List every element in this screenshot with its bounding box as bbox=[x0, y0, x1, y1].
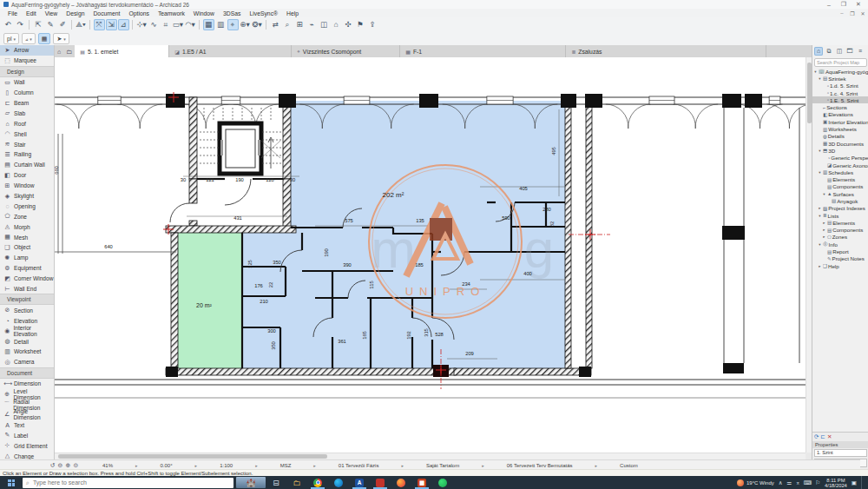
toolbar-icon-10[interactable]: ⇲ bbox=[106, 19, 117, 30]
tree-item-surfaces[interactable]: ▾▲Surfaces bbox=[812, 190, 868, 197]
statusbar-item-1[interactable]: 0.00° bbox=[161, 463, 173, 468]
close-button[interactable]: ✕ bbox=[852, 1, 865, 8]
start-button[interactable] bbox=[0, 476, 23, 489]
toolbar-icon-27[interactable]: ⊞ bbox=[294, 19, 306, 30]
doc-minimize-button[interactable]: – bbox=[837, 10, 847, 16]
tree-item-1-c-4-szint[interactable]: ▫1.c. 4. Szint bbox=[812, 89, 868, 96]
taskbar-app-file-explorer[interactable]: 🗀 bbox=[286, 476, 307, 489]
tree-item-3d-documents[interactable]: ▦3D Documents bbox=[812, 140, 868, 147]
tree-item-worksheets[interactable]: ▥Worksheets bbox=[812, 125, 868, 132]
toolbar-icon-25[interactable]: ⇄ bbox=[270, 19, 281, 30]
tabbar-icon-1[interactable]: 🗀 bbox=[63, 45, 75, 57]
toolbar-icon-13[interactable]: ⊹▾ bbox=[136, 19, 148, 30]
toolbar-icon-26[interactable]: ⌕ bbox=[282, 19, 293, 30]
toolbox-item-detail[interactable]: ◍Detail bbox=[0, 336, 54, 347]
toolbox-item-morph[interactable]: ◬Morph bbox=[0, 221, 54, 232]
doc-close-button[interactable]: ✕ bbox=[858, 10, 868, 17]
taskbar-app-chrome[interactable] bbox=[307, 476, 328, 489]
taskbar-clock[interactable]: 8:11 PM4/18/2024 bbox=[825, 478, 847, 488]
menu-options[interactable]: Options bbox=[124, 10, 153, 17]
toolbox-item-corner-window[interactable]: ◩Corner Window bbox=[0, 274, 54, 284]
tree-item-components[interactable]: ▤Components bbox=[812, 183, 868, 190]
toolbox-item-label[interactable]: ✎Label bbox=[0, 430, 54, 440]
tree-item-components[interactable]: ▸▤Components bbox=[812, 227, 868, 234]
toolbar-icon-14[interactable]: ∿ bbox=[148, 19, 160, 30]
menu-window[interactable]: Window bbox=[189, 10, 219, 17]
tabbar-icon-0[interactable]: ⌂ bbox=[55, 45, 63, 57]
toolbox-group-design[interactable]: Design bbox=[0, 66, 54, 77]
toolbox-item-beam[interactable]: ⊏Beam bbox=[0, 98, 54, 109]
toolbar-icon-23[interactable]: ❂▾ bbox=[252, 19, 263, 30]
toolbox-group-viewpoint[interactable]: Viewpoint bbox=[0, 294, 54, 305]
minimize-button[interactable]: – bbox=[823, 2, 835, 8]
toolbar-icon-29[interactable]: ◫ bbox=[319, 19, 330, 30]
tree-item-interior-elevations[interactable]: ▣Interior Elevations bbox=[812, 118, 868, 125]
tray-icon-1[interactable]: ⌅ bbox=[795, 479, 799, 486]
weather-widget[interactable]: 19°C Windy bbox=[737, 479, 774, 486]
tree-item-zones[interactable]: ▸⬠Zones bbox=[812, 234, 868, 241]
tray-icon-3[interactable]: ⚐ bbox=[815, 479, 820, 486]
toolbox-item-wall-end[interactable]: ⊢Wall End bbox=[0, 284, 54, 294]
maximize-button[interactable]: ❐ bbox=[838, 1, 850, 8]
task-view-button[interactable]: ⊟ bbox=[266, 476, 286, 489]
toolbox-item-marquee[interactable]: ⬚Marquee bbox=[0, 56, 54, 66]
navigator-header-icon-4[interactable]: ≡ bbox=[856, 47, 865, 56]
tray-icon-2[interactable]: ⌨ bbox=[804, 479, 812, 486]
toolbox-item-section[interactable]: ⊘Section bbox=[0, 305, 54, 315]
menu-help[interactable]: Help bbox=[282, 10, 303, 17]
taskbar-app-whatsapp[interactable] bbox=[432, 476, 453, 489]
menu-edit[interactable]: Edit bbox=[22, 10, 41, 17]
navigator-header-icon-2[interactable]: ◫ bbox=[835, 47, 844, 56]
statusbar-item-4[interactable]: 01 Tervezői Fázis bbox=[339, 463, 379, 468]
taskbar-search-input[interactable]: ⌕ Type here to search bbox=[23, 478, 233, 488]
toolbox-item-roof[interactable]: ⌂Roof bbox=[0, 118, 54, 129]
toolbox-item-shell[interactable]: ◠Shell bbox=[0, 129, 54, 139]
toolbar-icon-4[interactable]: ✎ bbox=[45, 19, 56, 30]
menu-teamwork[interactable]: Teamwork bbox=[154, 10, 189, 17]
toolbar-icon-20[interactable]: ▥ bbox=[215, 19, 227, 30]
tree-item-szintek[interactable]: ▾▤Szintek bbox=[812, 75, 868, 82]
tab-1[interactable]: ◪1.E5 / A1 bbox=[169, 45, 292, 57]
mode-chip-1[interactable]: ⟓▾ bbox=[22, 33, 36, 44]
toolbox-item-arrow[interactable]: ➤Arrow bbox=[0, 45, 54, 56]
toolbar-icon-7[interactable]: ⟁▾ bbox=[76, 19, 87, 30]
statusbar-item-5[interactable]: Saját Tartalom bbox=[426, 463, 459, 468]
news-widget[interactable]: 🏰 bbox=[236, 477, 266, 488]
statusbar-item-6[interactable]: 06 Tervezett Terv Bemutatás bbox=[507, 463, 573, 468]
toolbox-item-door[interactable]: ◧Door bbox=[0, 170, 54, 181]
taskbar-app-firefox[interactable] bbox=[391, 476, 411, 489]
toolbox-item-object[interactable]: ❑Object bbox=[0, 242, 54, 253]
statusbar-item-0[interactable]: 41% bbox=[102, 463, 113, 468]
tree-item-lists[interactable]: ▾≣Lists bbox=[812, 212, 868, 219]
statusbar-item-3[interactable]: MSZ bbox=[280, 463, 292, 468]
drawing-canvas[interactable]: m g UNIPRO 202 m²20 m² 66064030121190120… bbox=[55, 57, 806, 453]
toolbox-item-window[interactable]: ⊞Window bbox=[0, 181, 54, 191]
menu-file[interactable]: File bbox=[3, 10, 22, 17]
toolbar-icon-16[interactable]: ▭▾ bbox=[173, 19, 184, 30]
navigator-header-icon-3[interactable]: 🗔 bbox=[845, 47, 854, 56]
tree-item-elevations[interactable]: ◧Elevations bbox=[812, 111, 868, 118]
tree-item-info[interactable]: ▾🛈Info bbox=[812, 241, 868, 248]
navigator-search-input[interactable]: Search Project Map bbox=[814, 58, 867, 67]
toolbar-icon-9[interactable]: ⤧ bbox=[94, 19, 105, 30]
toolbar-icon-19[interactable]: ▦ bbox=[203, 19, 214, 30]
toolbar-icon-1[interactable]: ↷ bbox=[15, 19, 26, 30]
toolbar-icon-31[interactable]: ✣ bbox=[343, 19, 354, 30]
tray-icon-0[interactable]: ⚌ bbox=[787, 479, 792, 486]
mode-chip-3[interactable]: ➤▾ bbox=[53, 33, 69, 44]
toolbox-item-slab[interactable]: ▱Slab bbox=[0, 108, 54, 118]
taskbar-app-archicad[interactable]: A bbox=[349, 476, 370, 489]
toolbox-item-worksheet[interactable]: ▥Worksheet bbox=[0, 347, 54, 357]
toolbox-item-equipment[interactable]: ⚙Equipment bbox=[0, 263, 54, 274]
toolbar-icon-15[interactable]: ⌗ bbox=[161, 19, 172, 30]
statusbar-nav-icon-0[interactable]: ↺ bbox=[49, 462, 56, 469]
toolbar-icon-11[interactable]: ⊿ bbox=[118, 19, 129, 30]
toolbox-item-stair[interactable]: ≋Stair bbox=[0, 139, 54, 149]
navigator-footer-icon-1[interactable]: ⊏ bbox=[820, 433, 825, 440]
toolbar-icon-32[interactable]: ⚑ bbox=[355, 19, 366, 30]
tree-item-anyagok[interactable]: ▤Anyagok bbox=[812, 197, 868, 204]
tree-item-details[interactable]: ◍Details bbox=[812, 133, 868, 140]
toolbox-item-angle-dimension[interactable]: ∠Angle Dimension bbox=[0, 410, 54, 420]
toolbox-item-lamp[interactable]: ✺Lamp bbox=[0, 253, 54, 263]
tree-item-1-e-5-szint[interactable]: ▫1.E. 5. Szint bbox=[812, 96, 868, 103]
